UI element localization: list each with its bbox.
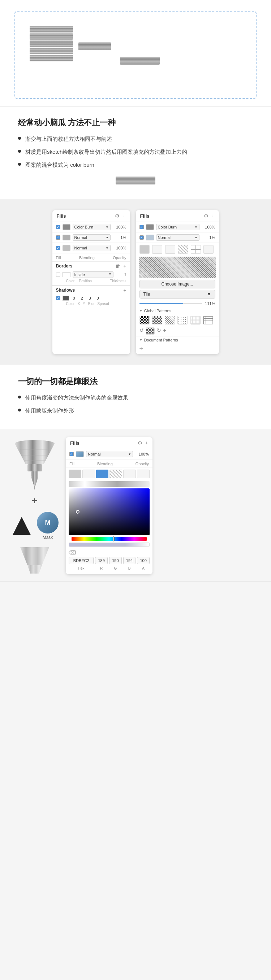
gp-grid[interactable] (190, 316, 201, 325)
g-input[interactable]: 190 (109, 557, 122, 564)
b-input[interactable]: 194 (123, 557, 136, 564)
border-checkbox[interactable] (56, 272, 61, 277)
section2-bullets: 渐变与上面的教程方法相同不与阐述 材质是用sketch绘制条纹导出切片然后用图案… (18, 135, 253, 169)
add-border-icon[interactable]: + (123, 263, 126, 269)
gp-hatch[interactable] (165, 316, 175, 325)
pen-left: + M Mask (11, 437, 59, 574)
checkbox-check-3: ✓ (57, 246, 60, 250)
gp-cross[interactable] (203, 316, 213, 325)
right-chevron-2: ▼ (195, 236, 198, 239)
fill-swatch-3[interactable] (62, 245, 70, 251)
color-type-solid[interactable] (69, 469, 81, 478)
pen-tools-row: M Mask (11, 512, 59, 540)
hex-input[interactable]: BDBEC2 (69, 557, 94, 564)
add-shadow-icon[interactable]: + (123, 287, 126, 293)
tile-select[interactable]: Tile ▼ (139, 290, 215, 299)
trash-icon[interactable]: 🗑 (115, 263, 120, 269)
eyedropper-icon[interactable]: ⌫ (69, 550, 76, 555)
fills-panel-left-actions: ⚙ + (115, 213, 125, 219)
funnel-result-svg (17, 546, 53, 574)
pattern-type-6[interactable] (203, 245, 214, 254)
shadow-swatch[interactable] (62, 296, 69, 301)
rope-small-svg (120, 57, 160, 65)
mask-box: M Mask (37, 512, 59, 540)
fills-panel-left-header: Fills ⚙ + (53, 210, 130, 222)
fill-checkbox-2[interactable]: ✓ (56, 235, 61, 240)
bullet-dot-1 (18, 137, 21, 140)
r-input[interactable]: 189 (95, 557, 108, 564)
alpha-bar[interactable] (69, 542, 150, 547)
right-fill-blend-1[interactable]: Color Burn ▼ (156, 224, 199, 230)
section-top (0, 0, 271, 107)
s4-bullet-2: 使用蒙版来制作外形 (18, 406, 253, 415)
s4-dot-1 (18, 396, 21, 398)
fill-blend-3[interactable]: Normal ▼ (73, 245, 110, 251)
fill-blend-2[interactable]: Normal ▼ (73, 234, 110, 241)
color-fill-row: ✓ Normal ▼ 100% (66, 449, 153, 460)
pattern-type-2[interactable] (152, 245, 162, 254)
gear-icon[interactable]: ⚙ (115, 213, 120, 219)
border-position[interactable]: Inside ▼ (73, 271, 113, 278)
pattern-solid[interactable] (139, 245, 150, 254)
color-type-6[interactable] (137, 469, 150, 478)
rope-center-container (18, 177, 253, 185)
color-type-4[interactable] (110, 469, 122, 478)
right-fill-checkbox-1[interactable]: ✓ (139, 225, 144, 229)
tile-slider[interactable] (139, 303, 202, 304)
right-fill-swatch-2[interactable] (146, 235, 154, 240)
shadows-section: Shadows + ✓ 0 2 3 0 Color X Y Blur Sprea… (53, 286, 130, 308)
borders-title: Borders (56, 264, 73, 269)
gradient-bar[interactable] (69, 481, 150, 487)
add-fill-right-icon[interactable]: + (211, 213, 214, 219)
rotate-icon-2[interactable]: ↻ (157, 328, 161, 335)
gp-dots[interactable] (177, 316, 188, 325)
border-row: Inside ▼ 1 (56, 270, 126, 279)
right-fill-checkbox-2[interactable]: ✓ (139, 235, 144, 240)
fill-swatch-2[interactable] (62, 235, 70, 240)
gear-icon-color[interactable]: ⚙ (138, 440, 142, 446)
add-pattern-icon[interactable]: + (163, 328, 166, 335)
fills-panel-right-actions: ⚙ + (204, 213, 214, 219)
color-fill-blend[interactable]: Normal ▼ (86, 451, 133, 457)
color-type-5[interactable] (123, 469, 136, 478)
add-fill-icon[interactable]: + (123, 213, 125, 219)
right-fill-blend-2[interactable]: Normal ▼ (156, 234, 199, 241)
fill-row-3: ✓ Normal ▼ 100% (53, 243, 130, 253)
color-picker-area[interactable] (69, 488, 150, 535)
chevron-down-icon: ▼ (106, 226, 109, 229)
shadow-checkbox[interactable]: ✓ (56, 296, 61, 300)
gp-checker2[interactable] (152, 316, 162, 325)
borders-actions: 🗑 + (115, 263, 126, 269)
rainbow-bar[interactable] (72, 537, 147, 541)
right-fill-swatch-1[interactable] (146, 224, 154, 230)
pattern-type-4[interactable] (178, 245, 188, 254)
fill-checkbox-3[interactable]: ✓ (56, 246, 61, 250)
rope-center-svg (116, 177, 155, 185)
border-swatch[interactable] (62, 272, 70, 277)
shadows-header: Shadows + (56, 287, 126, 293)
border-thickness: 1 (116, 272, 126, 277)
a-input[interactable]: 100 (137, 557, 150, 564)
hex-label: Hex (69, 566, 94, 570)
gp-checker-btn[interactable] (146, 328, 155, 335)
color-panel-actions: ⚙ + (138, 440, 148, 446)
color-fill-checkbox[interactable]: ✓ (69, 452, 74, 456)
document-patterns-row: ▼ Document Patterns (136, 336, 219, 344)
svg-rect-0 (30, 26, 73, 32)
add-color-fill-icon[interactable]: + (145, 440, 148, 446)
color-type-gradient[interactable] (96, 469, 109, 478)
add-doc-pattern[interactable]: + (136, 344, 219, 354)
color-type-2[interactable] (82, 469, 95, 478)
shadow-check: ✓ (57, 296, 60, 300)
pattern-type-3[interactable] (165, 245, 175, 254)
fill-checkbox-1[interactable]: ✓ (56, 225, 61, 229)
fill-blend-1[interactable]: Color Burn ▼ (73, 224, 110, 230)
rotate-icon-1[interactable]: ↺ (139, 328, 144, 335)
gear-icon-right[interactable]: ⚙ (204, 213, 209, 219)
fill-swatch-1[interactable] (62, 224, 70, 230)
pattern-type-5[interactable] (191, 245, 201, 254)
choose-image-button[interactable]: Choose Image... (139, 280, 215, 288)
color-fill-swatch[interactable] (76, 451, 84, 457)
gp-checker[interactable] (139, 316, 150, 325)
svg-rect-2 (30, 40, 73, 47)
